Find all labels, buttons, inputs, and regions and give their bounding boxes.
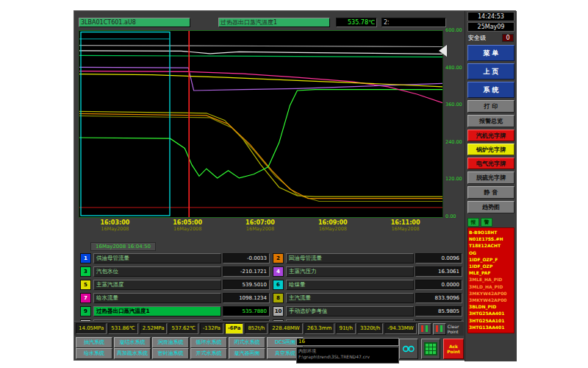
- navigation-area: 抽汽系统凝结水系统润滑油系统循环水系统闭式水系统DCS画面 给水系统高加疏水系统…: [74, 337, 464, 361]
- legend-row[interactable]: 6给煤量0.0000: [273, 280, 462, 290]
- legend-pen-color-box: 8: [273, 293, 284, 303]
- alarm-tag-item[interactable]: 3MKYW42AP00: [469, 290, 513, 297]
- legend-pen-label: 主蒸汽压力: [286, 266, 414, 277]
- tick-date-label: 16May2008: [378, 226, 434, 232]
- status-value-cell: 3320t/h: [357, 323, 383, 334]
- nav-button-抽汽系统[interactable]: 抽汽系统: [76, 337, 112, 348]
- value-marker-triangle[interactable]: [439, 45, 447, 57]
- legend-pen-label: 汽包水位: [93, 266, 221, 277]
- legend-row[interactable]: 8主汽流量833.9096: [273, 293, 462, 303]
- ack-point-button[interactable]: Ack Point: [443, 339, 464, 359]
- legend-row[interactable]: 2回油母管流量0.0096: [273, 253, 462, 263]
- nav-button-润滑油系统[interactable]: 润滑油系统: [152, 337, 189, 348]
- legend-pen-value: 0.0000: [415, 280, 462, 290]
- y-axis-label: 240.00: [445, 139, 462, 145]
- tick-date-label: 16May2008: [232, 226, 288, 232]
- alarm-tag-item[interactable]: 3MLE_HA_PID: [469, 276, 513, 283]
- sidebar-button-打印[interactable]: 打 印: [467, 100, 514, 113]
- trend-plot-area[interactable]: [79, 30, 443, 218]
- right-sidebar: 14:24:53 25May09 安全级 0 菜 单上 页系 统打 印报警总览汽…: [465, 11, 517, 361]
- sidebar-button-脱硫光字牌[interactable]: 脱硫光字牌: [467, 171, 514, 184]
- sidebar-button-静音[interactable]: 静 音: [467, 186, 514, 199]
- tick-time-label: 16:05:00: [159, 219, 215, 226]
- nav-button-开式水系统[interactable]: 开式水系统: [190, 348, 227, 359]
- x-axis-tick: 16:09:0016May2008: [305, 219, 361, 232]
- trend-svg: [79, 31, 442, 217]
- legend-row[interactable]: 7给水流量1098.1234: [80, 293, 270, 303]
- alarm-tag-item[interactable]: 3HTG13AA401: [469, 324, 513, 330]
- pen-group-field[interactable]: 2:: [381, 18, 446, 27]
- legend-row[interactable]: 4主蒸汽压力16.3061: [273, 266, 462, 277]
- status-value-cell: -6Pa: [225, 323, 243, 334]
- sidebar-button-系统[interactable]: 系 统: [467, 82, 514, 98]
- alarm-tag-item[interactable]: N01E17SS.#H: [469, 236, 513, 242]
- security-level-row: 安全级 0: [468, 34, 514, 42]
- y-axis-label: 0.00: [445, 213, 456, 219]
- tick-date-label: 16May2008: [305, 226, 361, 232]
- legend-pen-label: 给煤量: [286, 280, 414, 290]
- nav-button-给水系统[interactable]: 给水系统: [76, 348, 112, 359]
- trend-number-input[interactable]: 16: [296, 338, 399, 346]
- alarm-tag-item[interactable]: OG: [469, 250, 513, 256]
- alarm-tag-item[interactable]: T18E12ACHT: [469, 242, 513, 249]
- alarm-tag-item[interactable]: 3HTG25AA401: [469, 310, 513, 316]
- y-axis-label: 600.00: [445, 27, 462, 33]
- x-axis: 16:03:0016May200816:05:0016May200816:07:…: [79, 219, 442, 238]
- link-button[interactable]: [399, 339, 418, 359]
- legend-row[interactable]: 1供油母管流量-0.0033: [80, 253, 270, 263]
- alarm-tag-item[interactable]: 1IDF_OZP_F: [469, 256, 513, 263]
- status-value-cell: 91t/h: [336, 323, 355, 334]
- alarm-tab-警[interactable]: 警: [481, 218, 492, 227]
- nav-button-密封油系统[interactable]: 密封油系统: [152, 348, 189, 359]
- legend-row[interactable]: 10手动选炉参考值85.9805: [273, 306, 462, 316]
- sidebar-button-汽机光字牌[interactable]: 汽机光字牌: [467, 130, 514, 141]
- nav-button-闭式水系统[interactable]: 闭式水系统: [229, 337, 265, 348]
- link-icon: [402, 344, 415, 354]
- legend-pen-value: 85.9805: [415, 306, 462, 316]
- legend-pen-value: 0.0096: [415, 253, 462, 263]
- sidebar-button-菜单[interactable]: 菜 单: [467, 45, 514, 61]
- legend-pen-color-box: 4: [273, 266, 284, 277]
- sidebar-button-趋势图[interactable]: 趋势图: [467, 201, 514, 213]
- alarm-tag-item[interactable]: 3MKYW42AP00: [469, 297, 513, 303]
- zoom-selection-box[interactable]: [81, 32, 170, 216]
- status-value-cell: 537.62℃: [168, 323, 198, 334]
- clear-point-button[interactable]: Clear Point: [448, 324, 465, 334]
- sidebar-button-报警总览[interactable]: 报警总览: [467, 115, 514, 127]
- nav-button-凝结水系统[interactable]: 凝结水系统: [114, 337, 151, 348]
- legend-row[interactable]: 3汽包水位-210.1721: [80, 266, 270, 277]
- alarm-tag-list: B-B9O18HTN01E17SS.#HT18E12ACHTOG1IDF_OZP…: [467, 227, 514, 333]
- screen: 3LBA01CT601.aU8 过热器出口蒸汽温度1 535.78℃ 2: 60…: [0, 0, 588, 368]
- alarm-tag-item[interactable]: B-B9O18HT: [469, 229, 513, 236]
- grid-icon: [424, 342, 437, 355]
- alarm-tag-item[interactable]: 1IDF_OZP: [469, 263, 513, 269]
- nav-button-凝汽器画面[interactable]: 凝汽器画面: [229, 348, 265, 359]
- alarm-tag-item[interactable]: 3HTG25AA101: [469, 317, 513, 324]
- grid-button[interactable]: [421, 339, 440, 359]
- sidebar-button-上页[interactable]: 上 页: [467, 63, 514, 79]
- pen-toggle-icon[interactable]: [418, 323, 431, 335]
- legend-row[interactable]: 9过热器出口蒸汽温度1535.7880: [80, 306, 270, 316]
- legend-pen-value: 539.5010: [223, 280, 270, 290]
- cursor-timestamp: 16May2008 16:04:50: [90, 242, 156, 251]
- pen-toggle-icon[interactable]: [433, 323, 446, 335]
- alarm-tab-报[interactable]: 报: [467, 218, 479, 227]
- nav-button-高加疏水系统[interactable]: 高加疏水系统: [114, 348, 151, 359]
- clock-date: 25May09: [467, 22, 514, 32]
- alarm-tag-item[interactable]: MLE_PAF: [469, 269, 513, 276]
- pen-tag-field[interactable]: 3LBA01CT601.aU8: [79, 18, 190, 27]
- y-axis-label: 480.00: [445, 65, 462, 71]
- trace-给水流量: [79, 71, 442, 103]
- status-value-cell: 263.3mm: [304, 323, 335, 334]
- alarm-tag-item[interactable]: 3MLD_HA_PID: [469, 283, 513, 290]
- legend-pen-value: -0.0033: [223, 253, 270, 263]
- sidebar-button-锅炉光字牌[interactable]: 锅炉光字牌: [467, 144, 514, 155]
- legend-row[interactable]: 5主蒸汽温度539.5010: [80, 280, 270, 290]
- alarm-tag-item[interactable]: 3BLDN_PID: [469, 303, 513, 310]
- trace-过热器出口蒸汽温度1: [79, 55, 442, 57]
- info-line: F:\graph\trend\3SL.TREND47.crv: [298, 354, 397, 360]
- pen-name-field[interactable]: 过热器出口蒸汽温度1: [218, 18, 330, 27]
- nav-button-循环水系统[interactable]: 循环水系统: [190, 337, 227, 348]
- trace-手动选炉参考值: [79, 46, 442, 47]
- sidebar-button-电气光字牌[interactable]: 电气光字牌: [467, 158, 514, 169]
